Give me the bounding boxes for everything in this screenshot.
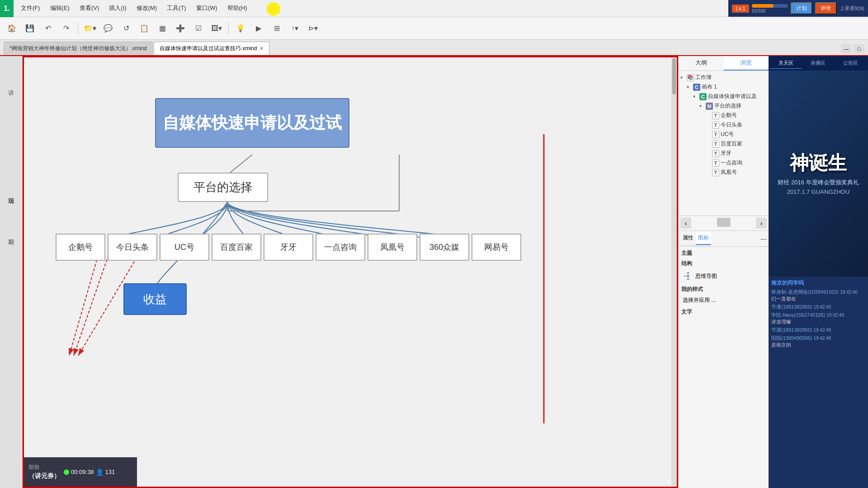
step-number: 1. bbox=[0, 0, 14, 17]
platform-yaya[interactable]: 牙牙 bbox=[264, 234, 313, 261]
prop-content: 主题 结构 bbox=[679, 247, 769, 321]
nav-next[interactable]: › bbox=[756, 218, 767, 229]
mystyle-title: 我的样式 bbox=[681, 286, 766, 293]
chat-name-5: 阳阳(1389490586) bbox=[771, 335, 812, 341]
svg-rect-9 bbox=[687, 275, 689, 277]
tree-item-canvas[interactable]: ▾ C 画布 1 bbox=[680, 82, 767, 92]
chat-region: 南京的同学吗 bbox=[771, 279, 865, 287]
nav-prev[interactable]: ‹ bbox=[680, 218, 691, 229]
copy-format-button[interactable]: 📋 bbox=[136, 20, 152, 37]
theme-title: 主题 bbox=[681, 249, 766, 257]
tree-item-uc[interactable]: T UC号 bbox=[680, 130, 767, 139]
tree-label-fenghuang: 凤凰号 bbox=[721, 169, 737, 176]
tree-item-qiegao[interactable]: T 企鹅号 bbox=[680, 111, 767, 120]
platform-360[interactable]: 360众媒 bbox=[420, 234, 469, 261]
tree-icon-fenghuang: T bbox=[712, 169, 719, 176]
comment-button[interactable]: 💬 bbox=[100, 20, 116, 37]
undo-button[interactable]: ↶ bbox=[40, 20, 56, 37]
image-button[interactable]: 🖼▾ bbox=[208, 20, 225, 37]
promo-tab-announce[interactable]: 公告区 bbox=[835, 58, 866, 69]
platform-yidian[interactable]: 一点咨询 bbox=[316, 234, 365, 261]
sub-topic[interactable]: 平台的选择 bbox=[178, 173, 268, 202]
tree-item-toutiao[interactable]: T 今日头条 bbox=[680, 120, 767, 130]
tree-icon-yaya: T bbox=[712, 150, 719, 157]
prop-tab-icons[interactable]: 图标 bbox=[696, 232, 711, 245]
structure-mindmap[interactable]: 思维导图 bbox=[681, 269, 766, 283]
nav-button[interactable]: ⊳▾ bbox=[305, 20, 321, 37]
nav-thumb[interactable] bbox=[717, 218, 731, 227]
label-live: 现场观 bbox=[5, 192, 17, 195]
mystyle-select[interactable]: 选择并应用 ... bbox=[681, 295, 766, 305]
tree-item-main[interactable]: ▾ C 自媒体快速申请以及 bbox=[680, 92, 767, 101]
tree-icon-yidian: T bbox=[712, 160, 719, 167]
canvas-scrollbar[interactable] bbox=[671, 57, 677, 487]
plan-button[interactable]: 计划 bbox=[791, 2, 812, 14]
platform-row: 企鹅号 今日头条 UC号 百度百家 牙牙 一点咨询 凤凰号 360众媒 网易号 bbox=[56, 234, 521, 261]
central-topic[interactable]: 自媒体快速申请以及过试 bbox=[155, 98, 349, 148]
tree-icon-qiegao: T bbox=[712, 112, 719, 119]
prop-collapse-btn[interactable]: — bbox=[760, 235, 767, 242]
layout-button[interactable]: ▦ bbox=[154, 20, 170, 37]
menu-tools[interactable]: 工具(T) bbox=[162, 2, 191, 14]
promo-tab-live[interactable]: 关天区 bbox=[770, 58, 802, 69]
panel-collapse-btn[interactable]: — bbox=[841, 44, 852, 53]
lightbulb-button[interactable]: 💡 bbox=[232, 20, 249, 37]
eval-button[interactable]: 评价 bbox=[815, 2, 837, 14]
tab-browse[interactable]: 浏览 bbox=[724, 56, 769, 70]
platform-qiegao[interactable]: 企鹅号 bbox=[56, 234, 105, 261]
menu-view[interactable]: 查看(V) bbox=[75, 2, 104, 14]
menu-help[interactable]: 帮助(H) bbox=[223, 2, 252, 14]
chat-msg-1: 终身制-老虎网络(1039491502) 19:42:40 们一直都在 bbox=[771, 289, 865, 302]
tree-icon-uc: T bbox=[712, 131, 719, 138]
panel-expand-btn[interactable]: □ bbox=[854, 44, 864, 53]
benefit-box[interactable]: 收益 bbox=[123, 283, 187, 315]
tree-label-workbook: 工作簿 bbox=[695, 74, 712, 81]
home-button[interactable]: 🏠 bbox=[4, 20, 20, 37]
platform-fenghuang[interactable]: 凤凰号 bbox=[368, 234, 417, 261]
tree-item-workbook[interactable]: ▾ 📚 工作簿 bbox=[680, 73, 767, 82]
checklist-button[interactable]: ☑ bbox=[190, 20, 207, 37]
tree-item-fenghuang[interactable]: T 凤凰号 bbox=[680, 168, 767, 177]
tab-2[interactable]: 自媒体快速申请以及过试运查技巧.xmind ✕ bbox=[154, 42, 269, 55]
menu-window[interactable]: 窗口(W) bbox=[192, 2, 222, 14]
scrollbar-thumb[interactable] bbox=[672, 58, 676, 94]
window-button[interactable]: ⊞ bbox=[269, 20, 285, 37]
promo-area: 关天区 录播区 公告区 神诞生 财经 2016 年度峰会暨颁奖典礼 2017.1… bbox=[769, 56, 868, 488]
chat-msg-2: 节课(1881382850) 19:42:40 bbox=[771, 304, 865, 310]
promo-tab-recorded[interactable]: 录播区 bbox=[802, 58, 834, 69]
prop-tab-attributes[interactable]: 属性 bbox=[680, 232, 696, 245]
tree-view[interactable]: ▾ 📚 工作簿 ▾ C 画布 1 ▾ C 自媒体快速申请以及 ▾ M bbox=[679, 71, 769, 216]
tree-item-yidian[interactable]: T 一点咨询 bbox=[680, 158, 767, 168]
tree-item-baidu[interactable]: T 百度百家 bbox=[680, 139, 767, 149]
nav-arrows: ‹ › bbox=[679, 216, 769, 230]
history-button[interactable]: ↺ bbox=[118, 20, 134, 37]
section-structure: 结构 bbox=[681, 260, 766, 283]
menu-insert[interactable]: 插入(I) bbox=[104, 2, 131, 14]
up-button[interactable]: ↑▾ bbox=[287, 20, 303, 37]
folder-button[interactable]: 📁▾ bbox=[82, 20, 98, 37]
menu-edit[interactable]: 编辑(E) bbox=[46, 2, 74, 14]
menu-modify[interactable]: 修改(M) bbox=[132, 2, 162, 14]
platform-toutiao[interactable]: 今日头条 bbox=[108, 234, 157, 261]
chat-name-2: 节课(1881382850) bbox=[771, 304, 812, 310]
present-button[interactable]: ▶ bbox=[250, 20, 267, 37]
platform-wangyi[interactable]: 网易号 bbox=[472, 234, 521, 261]
save-button[interactable]: 💾 bbox=[22, 20, 38, 37]
tab-outline[interactable]: 大纲 bbox=[679, 56, 724, 70]
platform-baidu[interactable]: 百度百家 bbox=[212, 234, 261, 261]
count-text: 131 bbox=[105, 469, 115, 475]
insert-button[interactable]: ➕ bbox=[172, 20, 189, 37]
menu-file[interactable]: 文件(F) bbox=[16, 2, 45, 14]
tree-item-platform[interactable]: ▾ M 平台的选择 bbox=[680, 101, 767, 111]
redo-button[interactable]: ↷ bbox=[58, 20, 74, 37]
chat-panel: 南京的同学吗 终身制-老虎网络(1039491502) 19:42:40 们一直… bbox=[769, 277, 868, 488]
tab-1[interactable]: *网络营销大神年终修仙计划（绝世神功修炼大法）.xmind bbox=[4, 42, 153, 55]
connector-svg bbox=[24, 57, 677, 487]
tab-2-close[interactable]: ✕ bbox=[259, 46, 264, 52]
promo-subtext: 财经 2016 年度峰会暨颁奖典礼 bbox=[778, 178, 859, 187]
tree-item-yaya[interactable]: T 牙牙 bbox=[680, 149, 767, 158]
app-container: 1. 文件(F) 编辑(E) 查看(V) 插入(I) 修改(M) 工具(T) 窗… bbox=[0, 0, 868, 488]
canvas-area[interactable]: 自媒体快速申请以及过试 平台的选择 企鹅号 今日头条 UC号 百度百家 牙牙 一… bbox=[23, 56, 678, 488]
xp-text: 65/590 bbox=[752, 9, 788, 14]
platform-uc[interactable]: UC号 bbox=[160, 234, 209, 261]
